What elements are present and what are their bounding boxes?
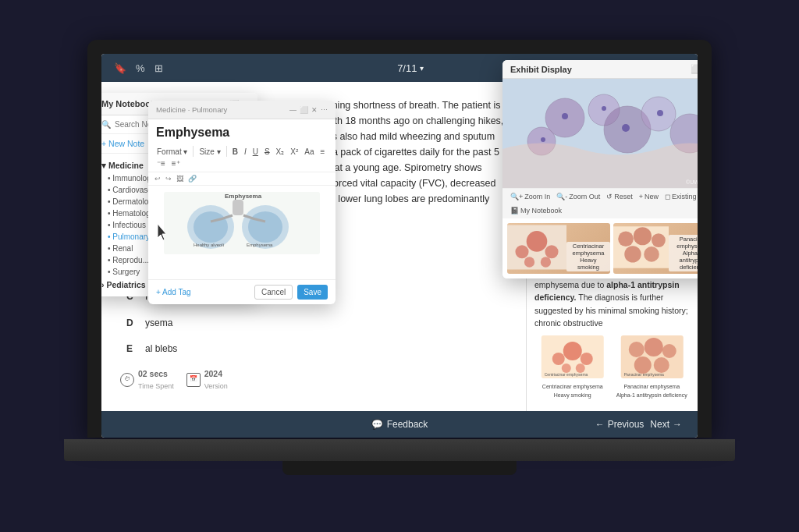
svg-point-44 xyxy=(602,106,606,111)
note-minimize-icon[interactable]: — xyxy=(289,106,297,114)
note-emphysema-diagram: Emphysema Healthy alveoli Emphysema xyxy=(156,192,328,254)
note-content-area[interactable]: Emphysema Healthy alveoli Emphysema xyxy=(148,186,336,279)
superscript-button[interactable]: X² xyxy=(288,147,300,157)
laptop-base xyxy=(64,439,735,461)
previous-arrow-icon: ← xyxy=(595,419,605,430)
exhibit-image-area: ©UWorld xyxy=(502,79,698,188)
percent-icon[interactable]: % xyxy=(136,62,145,74)
bookmark-icon[interactable]: 🔖 xyxy=(114,62,126,74)
image-icon[interactable]: 🖼 xyxy=(176,175,183,183)
version-value: 2024 xyxy=(204,367,228,381)
svg-point-54 xyxy=(541,257,551,267)
option-e-letter: E xyxy=(126,342,139,356)
toolbar-sep-1 xyxy=(193,146,194,157)
indent-button[interactable]: ⁻≡ xyxy=(154,158,168,168)
redo-icon[interactable]: ↪ xyxy=(165,175,172,183)
toolbar-sep-2 xyxy=(226,146,227,157)
question-counter: 7/11 xyxy=(397,62,417,74)
cancel-button[interactable]: Cancel xyxy=(254,285,293,300)
grid-icon[interactable]: ⊞ xyxy=(154,62,163,74)
bold-button[interactable]: B xyxy=(230,147,240,157)
clock-icon: ⏱ xyxy=(120,373,134,387)
list-button[interactable]: ≡ xyxy=(318,147,328,157)
link-icon[interactable]: 🔗 xyxy=(188,175,197,183)
exhibit-display-panel: Exhibit Display ⬜ ✕ xyxy=(502,60,698,278)
panacinar-exhibit-image: Panacinar emphysemaAlpha-1 antitrypsin d… xyxy=(613,223,698,274)
centriacinar-svg: Centriacinar emphysema xyxy=(534,335,611,378)
svg-point-58 xyxy=(652,233,666,247)
zoom-in-button[interactable]: 🔍+ Zoom In xyxy=(510,193,550,200)
svg-point-14 xyxy=(563,342,582,360)
svg-point-31 xyxy=(248,211,282,243)
outdent-button[interactable]: ≡⁺ xyxy=(169,158,183,168)
centriacinar-exhibit-label: Centriacinar emphysemaHeavy smoking xyxy=(566,242,610,271)
svg-point-52 xyxy=(545,245,558,258)
option-d-letter: D xyxy=(126,316,139,331)
next-arrow-icon: → xyxy=(673,419,682,430)
option-e[interactable]: E al blebs xyxy=(120,339,507,360)
note-expand-icon[interactable]: ⬜ xyxy=(300,106,308,114)
svg-point-16 xyxy=(581,353,593,365)
add-tag-button[interactable]: + Add Tag xyxy=(156,288,191,296)
existing-button[interactable]: ◻ Existing xyxy=(665,193,697,200)
previous-label: Previous xyxy=(608,419,645,430)
previous-button[interactable]: ← Previous xyxy=(595,419,645,430)
new-button[interactable]: + New xyxy=(639,193,659,200)
italic-button[interactable]: I xyxy=(242,147,249,157)
note-editor-controls: — ⬜ ✕ ⋯ xyxy=(289,106,328,114)
centriacinar-exhibit-image: Centriacinar emphysemaHeavy smoking xyxy=(507,223,610,274)
bottom-right: ← Previous Next → xyxy=(495,419,682,430)
svg-point-24 xyxy=(634,356,651,374)
case-button[interactable]: Aa xyxy=(302,147,316,157)
svg-text:Healthy alveoli: Healthy alveoli xyxy=(194,243,224,247)
svg-point-46 xyxy=(541,137,545,142)
version-label: Version xyxy=(204,381,228,392)
svg-point-50 xyxy=(527,231,548,252)
note-action-buttons: Cancel Save xyxy=(254,285,328,300)
reset-button[interactable]: ↺ Reset xyxy=(606,193,633,200)
svg-point-53 xyxy=(524,257,534,267)
panacinar-diagram: Panacinar emphysema Panacinar emphysemaA… xyxy=(614,335,691,400)
zoom-out-button[interactable]: 🔍- Zoom Out xyxy=(556,193,600,200)
note-title: Emphysema xyxy=(148,119,336,143)
microscopy-svg: ©UWorld xyxy=(502,79,698,188)
bottom-bar: 💬 Feedback ← Previous Next → xyxy=(101,411,698,438)
centriacinar-exhibit-svg xyxy=(507,223,566,271)
svg-point-23 xyxy=(662,344,676,358)
time-value: 02 secs xyxy=(138,367,174,381)
feedback-icon: 💬 xyxy=(371,419,383,430)
feedback-button[interactable]: 💬 Feedback xyxy=(371,419,428,430)
format-dropdown[interactable]: Format ▾ xyxy=(154,147,190,157)
exhibit-toolbar: 🔍+ Zoom In 🔍- Zoom Out ↺ Reset + New ◻ E… xyxy=(502,188,698,218)
save-button[interactable]: Save xyxy=(297,285,328,300)
size-dropdown[interactable]: Size ▾ xyxy=(197,147,222,157)
exhibit-expand-icon[interactable]: ⬜ xyxy=(691,64,698,74)
svg-point-22 xyxy=(644,338,662,356)
panacinar-exhibit-svg xyxy=(613,223,669,271)
time-spent: ⏱ 02 secs Time Spent xyxy=(120,367,174,392)
undo-icon[interactable]: ↩ xyxy=(154,175,161,183)
note-editor-header: Medicine · Pulmonary — ⬜ ✕ ⋯ xyxy=(148,101,336,119)
svg-point-45 xyxy=(622,124,630,132)
svg-point-56 xyxy=(618,232,634,247)
svg-point-43 xyxy=(562,113,568,119)
centriacinar-diagram: Centriacinar emphysema Centriacinar emph… xyxy=(534,335,611,400)
underline-button[interactable]: U xyxy=(250,147,261,157)
counter-chevron[interactable]: ▾ xyxy=(420,64,424,73)
note-close-icon[interactable]: ✕ xyxy=(311,106,318,114)
svg-rect-32 xyxy=(233,200,243,215)
bottom-center: 💬 Feedback xyxy=(304,419,495,430)
strikethrough-button[interactable]: S xyxy=(262,147,272,157)
subscript-button[interactable]: X₂ xyxy=(274,147,287,157)
my-notebook-button[interactable]: 📓 My Notebook xyxy=(510,207,562,215)
option-d[interactable]: D ysema xyxy=(120,313,507,334)
note-second-toolbar: ↩ ↪ 🖼 🔗 xyxy=(148,172,336,186)
next-button[interactable]: Next → xyxy=(650,419,682,430)
panacinar-label: Panacinar emphysemaAlpha-1 antitrypsin d… xyxy=(614,383,691,400)
panacinar-exhibit-label: Panacinar emphysemaAlpha-1 antitrypsin d… xyxy=(669,235,698,271)
note-more-icon[interactable]: ⋯ xyxy=(321,106,328,114)
question-counter-display: 7/11 ▾ xyxy=(397,62,424,74)
time-label: Time Spent xyxy=(138,381,174,392)
svg-point-21 xyxy=(628,342,644,357)
note-breadcrumb: Medicine · Pulmonary xyxy=(156,105,227,114)
